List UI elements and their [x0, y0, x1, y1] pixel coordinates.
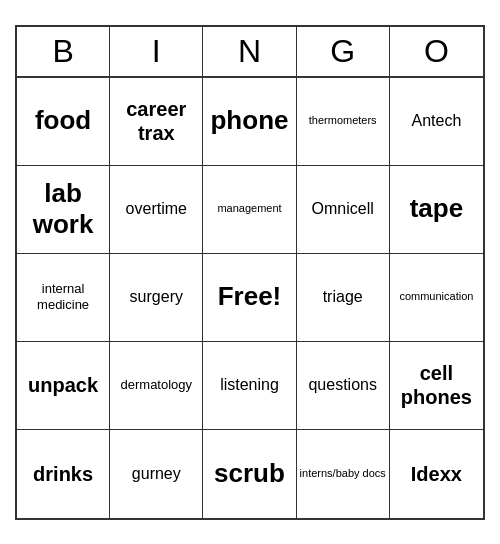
- bingo-cell-0: food: [17, 78, 110, 166]
- bingo-cell-24: Idexx: [390, 430, 483, 518]
- bingo-cell-13: triage: [297, 254, 390, 342]
- bingo-cell-18: questions: [297, 342, 390, 430]
- bingo-card: BINGO foodcareer traxphonethermometersAn…: [15, 25, 485, 520]
- bingo-cell-10: internal medicine: [17, 254, 110, 342]
- bingo-cell-6: overtime: [110, 166, 203, 254]
- bingo-cell-20: drinks: [17, 430, 110, 518]
- header-letter-G: G: [297, 27, 390, 76]
- header-letter-N: N: [203, 27, 296, 76]
- bingo-cell-7: management: [203, 166, 296, 254]
- bingo-cell-1: career trax: [110, 78, 203, 166]
- bingo-cell-14: communication: [390, 254, 483, 342]
- bingo-cell-22: scrub: [203, 430, 296, 518]
- bingo-cell-17: listening: [203, 342, 296, 430]
- bingo-cell-21: gurney: [110, 430, 203, 518]
- header-letter-O: O: [390, 27, 483, 76]
- bingo-cell-5: lab work: [17, 166, 110, 254]
- bingo-cell-12: Free!: [203, 254, 296, 342]
- bingo-cell-15: unpack: [17, 342, 110, 430]
- bingo-cell-23: interns/baby docs: [297, 430, 390, 518]
- header-letter-I: I: [110, 27, 203, 76]
- bingo-cell-2: phone: [203, 78, 296, 166]
- bingo-cell-16: dermatology: [110, 342, 203, 430]
- header-row: BINGO: [17, 27, 483, 78]
- bingo-cell-9: tape: [390, 166, 483, 254]
- bingo-cell-8: Omnicell: [297, 166, 390, 254]
- bingo-cell-19: cell phones: [390, 342, 483, 430]
- header-letter-B: B: [17, 27, 110, 76]
- bingo-cell-11: surgery: [110, 254, 203, 342]
- bingo-cell-4: Antech: [390, 78, 483, 166]
- bingo-cell-3: thermometers: [297, 78, 390, 166]
- bingo-grid: foodcareer traxphonethermometersAntechla…: [17, 78, 483, 518]
